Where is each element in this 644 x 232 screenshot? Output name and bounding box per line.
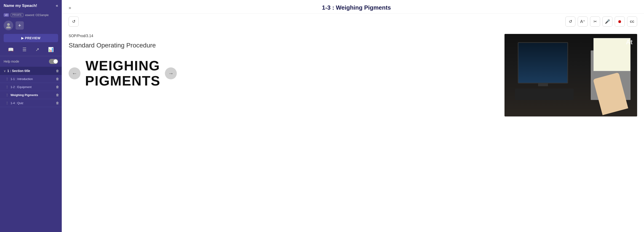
expand-button[interactable]: » [68,5,71,10]
share-icon-button[interactable]: ↗ [36,47,39,52]
main-header: » 1-3 : Weighing Pigments [62,0,644,14]
sidebar-header: Name my Speach! « [0,0,62,11]
section-header[interactable]: ∨ 1 : Section title 🗑 [0,67,62,75]
item-delete-button[interactable]: 🗑 [56,101,59,105]
at-overlay-text: At [626,39,632,46]
monitor-shape [518,42,568,83]
section-delete-button[interactable]: 🗑 [56,69,59,73]
microphone-icon: 🎤 [605,19,610,24]
prev-slide-button[interactable]: ← [68,67,80,79]
preview-button[interactable]: ▶ PREVIEW [4,34,58,42]
next-slide-button[interactable]: → [165,67,177,79]
sidebar-icons-row: 📖 ☰ ↗ 📊 [0,45,62,56]
item-delete-button[interactable]: 🗑 [56,77,59,81]
visibility-badge: PRIVATE [11,13,23,17]
svg-point-0 [7,23,10,26]
arrow-left-icon: ← [72,70,77,77]
drag-handle-icon: ⋮ [6,85,9,89]
book-icon-button[interactable]: 📖 [8,47,14,52]
sidebar-collapse-button[interactable]: « [56,3,58,8]
add-button[interactable]: + [16,21,24,30]
drag-handle-icon: ⋮ [6,101,9,105]
main-content: » 1-3 : Weighing Pigments ↺ ↺ A⁺ ✂ 🎤 ⏺ [62,0,644,232]
avatar-row: + [0,19,62,33]
captions-icon: CC [630,20,634,23]
chart-icon-button[interactable]: 📊 [48,47,54,52]
toolbar-row: ↺ ↺ A⁺ ✂ 🎤 ⏺ CC [62,14,644,29]
captions-button[interactable]: CC [627,17,637,27]
section-item-label: 1-2 : Equipment [10,85,56,89]
slide-image: At [504,34,637,117]
section-item-label: 1-4 : Quiz [10,101,56,105]
slide-left: SOP/Prod/3.14 Standard Operating Procedu… [68,34,498,88]
sidebar-title: Name my Speach! [4,4,37,8]
slide-main-title-line2: PIGMENTS [85,73,160,88]
help-mode-row: Help mode [0,56,62,67]
workshop-scene: At [504,34,637,117]
sidebar: Name my Speach! « v3 PRIVATE esword: CES… [0,0,62,232]
toolbar-left: ↺ [68,17,562,27]
toolbar-right: ↺ A⁺ ✂ 🎤 ⏺ CC [565,17,637,27]
user-badges-row: v3 PRIVATE esword: CESample [0,11,62,19]
content-area: SOP/Prod/3.14 Standard Operating Procedu… [62,29,644,121]
list-item[interactable]: ⋮ Weighing Pigments 🗑 [0,91,62,99]
scissors-icon: ✂ [594,19,597,24]
svg-point-1 [6,26,11,28]
refresh-icon: ↺ [569,19,572,24]
slide-main-text: WEIGHING PIGMENTS [85,58,160,88]
item-delete-button[interactable]: 🗑 [56,85,59,89]
page-title: 1-3 : Weighing Pigments [76,4,637,11]
list-item[interactable]: ⋮ 1-1 : Introduction 🗑 [0,75,62,83]
slide-main-title-line1: WEIGHING [85,58,160,73]
arrow-right-icon: → [168,70,174,77]
username-text: esword: CESample [25,14,49,17]
record-icon: ⏺ [618,19,622,24]
section-header-label: 1 : Section title [7,69,56,73]
slide-nav-area: ← WEIGHING PIGMENTS → [68,58,498,88]
record-button[interactable]: ⏺ [615,17,625,27]
section-list: ∨ 1 : Section title 🗑 ⋮ 1-1 : Introducti… [0,67,62,232]
scissors-button[interactable]: ✂ [590,17,600,27]
section-item-label: Weighing Pigments [10,93,56,97]
list-icon-button[interactable]: ☰ [22,47,26,52]
drag-handle-icon: ⋮ [6,77,9,81]
drag-handle-icon: ⋮ [6,93,9,97]
help-mode-label: Help mode [4,60,19,63]
text-increase-button[interactable]: A⁺ [578,17,588,27]
item-delete-button[interactable]: 🗑 [56,93,59,97]
papers-shape [594,38,630,71]
help-mode-toggle[interactable] [49,59,58,64]
microphone-button[interactable]: 🎤 [602,17,612,27]
version-badge: v3 [4,13,9,17]
text-increase-icon: A⁺ [580,19,585,24]
section-item-label: 1-1 : Introduction [10,77,56,81]
avatar [4,21,13,30]
slide-subtitle: Standard Operating Procedure [68,42,498,49]
chevron-down-icon: ∨ [4,69,6,73]
keyboard-shape [515,88,573,100]
reset-icon: ↺ [72,19,76,24]
list-item[interactable]: ⋮ 1-2 : Equipment 🗑 [0,83,62,91]
reset-button[interactable]: ↺ [68,17,79,27]
refresh-button[interactable]: ↺ [565,17,576,27]
list-item[interactable]: ⋮ 1-4 : Quiz 🗑 [0,99,62,107]
slide-reference: SOP/Prod/3.14 [68,34,498,38]
